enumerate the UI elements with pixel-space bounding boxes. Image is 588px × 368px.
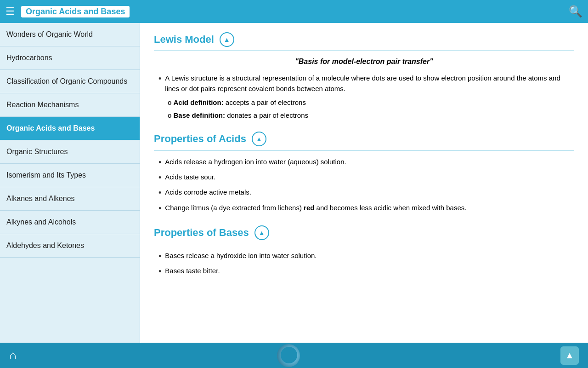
sidebar-item-2[interactable]: Classification of Organic Compounds (0, 70, 140, 93)
bullet-properties-of-acids-2: •Acids corrode active metals. (154, 187, 574, 199)
top-bar-left: ☰ Organic Acids and Bases (6, 6, 130, 17)
sidebar-item-9[interactable]: Aldehydes and Ketones (0, 234, 140, 258)
bullet-text-properties-of-acids-1: Acids taste sour. (165, 172, 215, 183)
section-heading-lewis-model: Lewis Model▲ (154, 32, 574, 47)
crescent-logo (277, 344, 300, 367)
sidebar-item-8[interactable]: Alkynes and Alcohols (0, 211, 140, 234)
menu-icon[interactable]: ☰ (6, 6, 15, 17)
section-divider-properties-of-acids (154, 150, 574, 150)
section-subtitle-lewis-model: "Basis for model-electron pair transfer" (154, 58, 574, 66)
section-heading-properties-of-acids: Properties of Acids▲ (154, 132, 574, 146)
section-title-lewis-model: Lewis Model (154, 34, 214, 46)
section-up-btn-lewis-model[interactable]: ▲ (220, 32, 234, 47)
sidebar-item-4[interactable]: Organic Acids and Bases (0, 117, 140, 140)
sub-bullet-lewis-model-0: Acid definition: accepts a pair of elect… (168, 98, 574, 108)
bottom-bar: ⌂ ▲ (0, 343, 588, 368)
sub-bullet-lewis-model-1: Base definition: donates a pair of elect… (168, 110, 574, 121)
bullet-properties-of-bases-0: •Bases release a hydroxide ion into wate… (154, 251, 574, 262)
bullet-properties-of-bases-1: •Bases taste bitter. (154, 266, 574, 277)
sidebar-item-3[interactable]: Reaction Mechanisms (0, 93, 140, 117)
section-properties-of-acids: Properties of Acids▲•Acids release a hyd… (154, 132, 574, 214)
sidebar: Wonders of Organic WorldHydrocarbonsClas… (0, 23, 140, 343)
top-title: Organic Acids and Bases (21, 6, 130, 17)
section-up-btn-properties-of-bases[interactable]: ▲ (254, 225, 269, 240)
bullet-text-properties-of-acids-3: Change litmus (a dye extracted from lich… (165, 203, 466, 213)
search-icon[interactable]: 🔍 (569, 5, 582, 18)
section-divider-lewis-model (154, 51, 574, 51)
scroll-top-button[interactable]: ▲ (560, 346, 579, 365)
bullet-text-properties-of-acids-2: Acids corrode active metals. (165, 187, 251, 198)
sidebar-item-0[interactable]: Wonders of Organic World (0, 23, 140, 46)
home-icon[interactable]: ⌂ (9, 348, 17, 362)
section-up-btn-properties-of-acids[interactable]: ▲ (252, 132, 266, 146)
section-title-properties-of-acids: Properties of Acids (154, 133, 246, 145)
bullet-text-properties-of-bases-0: Bases release a hydroxide ion into water… (165, 251, 317, 261)
bullet-text-properties-of-acids-0: Acids release a hydrogen ion into water … (165, 157, 346, 167)
bullet-text-properties-of-bases-1: Bases taste bitter. (165, 266, 220, 276)
sidebar-item-6[interactable]: Isomerism and Its Types (0, 164, 140, 187)
section-properties-of-bases: Properties of Bases▲•Bases release a hyd… (154, 225, 574, 277)
bullet-text-main-lewis-model: A Lewis structure is a structural repres… (165, 73, 574, 94)
section-heading-properties-of-bases: Properties of Bases▲ (154, 225, 574, 240)
main-layout: Wonders of Organic WorldHydrocarbonsClas… (0, 23, 588, 343)
section-title-properties-of-bases: Properties of Bases (154, 227, 249, 239)
bullet-main-lewis-model: •A Lewis structure is a structural repre… (154, 73, 574, 94)
section-divider-properties-of-bases (154, 244, 574, 244)
sidebar-item-1[interactable]: Hydrocarbons (0, 46, 140, 70)
section-lewis-model: Lewis Model▲"Basis for model-electron pa… (154, 32, 574, 121)
bullet-properties-of-acids-0: •Acids release a hydrogen ion into water… (154, 157, 574, 168)
bullet-properties-of-acids-3: •Change litmus (a dye extracted from lic… (154, 203, 574, 214)
content-area: Lewis Model▲"Basis for model-electron pa… (140, 23, 588, 343)
sidebar-item-5[interactable]: Organic Structures (0, 140, 140, 164)
sidebar-item-7[interactable]: Alkanes and Alkenes (0, 187, 140, 211)
top-bar: ☰ Organic Acids and Bases 🔍 (0, 0, 588, 23)
bullet-properties-of-acids-1: •Acids taste sour. (154, 172, 574, 184)
